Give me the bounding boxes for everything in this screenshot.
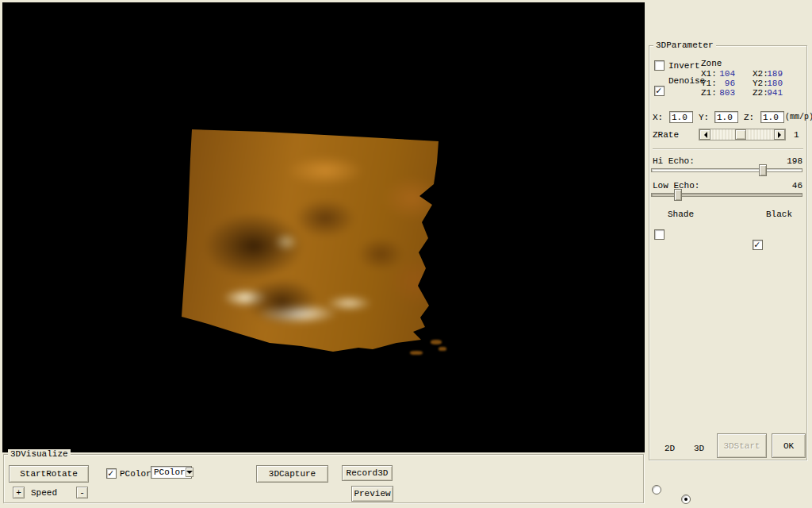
volume-speck (410, 351, 423, 355)
scale-z-label: Z: (744, 113, 754, 123)
zrate-scroll-thumb[interactable] (735, 129, 746, 140)
speed-plus-button[interactable]: + (13, 487, 25, 498)
shade-label: Shade (668, 210, 694, 220)
app-window: { "colors": { "panel_bg": "#ece9d8", "vi… (0, 0, 812, 508)
speed-minus-button[interactable]: - (76, 487, 88, 498)
black-checkbox[interactable] (753, 240, 763, 250)
hi-echo-slider-track[interactable] (651, 168, 802, 172)
start3d-button[interactable]: 3DStart (717, 433, 767, 458)
mode-3d-radio[interactable] (681, 495, 691, 504)
black-label: Black (766, 210, 792, 220)
hi-echo-value: 198 (776, 156, 802, 167)
denoise-label: Denoise (668, 76, 705, 87)
invert-checkbox[interactable] (654, 60, 665, 71)
zrate-label: ZRate (653, 130, 679, 140)
scroll-right-icon (778, 132, 784, 138)
mode-3d-label: 3D (694, 444, 704, 454)
scale-y-label: Y: (699, 113, 709, 123)
volume-speck (439, 347, 446, 351)
zrate-scroll-track[interactable] (710, 129, 774, 140)
ultrasound-volume-render (178, 127, 448, 357)
zone-label: Zone (701, 59, 722, 69)
parameter-groupbox-title: 3DParameter (653, 40, 716, 51)
zrate-scroll-right-button[interactable] (774, 129, 785, 140)
pcolor-dropdown[interactable]: PColor (151, 466, 192, 479)
hi-echo-slider-thumb[interactable] (759, 164, 767, 176)
visualize-groupbox: 3DVisualize StartRotate + Speed - PColor… (3, 454, 644, 503)
scale-z-input[interactable] (760, 111, 784, 123)
mode-2d-label: 2D (665, 444, 675, 454)
pcolor-checkbox-label: PColor (120, 469, 151, 479)
parameter-groupbox: 3DParameter Invert Denoise Zone X1: 104 … (649, 45, 807, 460)
denoise-checkbox[interactable] (654, 86, 665, 96)
zrate-scrollbar[interactable] (699, 129, 786, 140)
zrate-scroll-left-button[interactable] (699, 129, 710, 140)
mode-2d-radio[interactable] (652, 485, 661, 495)
scale-x-label: X: (653, 113, 663, 123)
volume-texture (172, 121, 454, 364)
volume-speck (431, 340, 442, 344)
render-viewport[interactable] (2, 2, 645, 452)
separator (653, 148, 803, 150)
scroll-left-icon (701, 132, 707, 138)
ok-button[interactable]: OK (772, 433, 806, 458)
start-rotate-button[interactable]: StartRotate (9, 465, 89, 483)
chevron-down-icon (186, 471, 193, 477)
record-3d-button[interactable]: Record3D (342, 465, 393, 481)
pcolor-checkbox[interactable] (106, 468, 117, 479)
preview-button[interactable]: Preview (351, 486, 393, 502)
zone-z2-value: 941 (760, 88, 783, 98)
invert-label: Invert (668, 61, 700, 71)
zone-z1-value: 803 (713, 88, 735, 98)
hi-echo-label: Hi Echo: (653, 156, 695, 167)
pcolor-dropdown-button[interactable] (186, 468, 193, 477)
capture-3d-button[interactable]: 3DCapture (256, 465, 328, 483)
shade-checkbox[interactable] (654, 229, 665, 240)
pcolor-dropdown-value: PColor (151, 468, 186, 478)
low-echo-slider-thumb[interactable] (674, 189, 682, 201)
low-echo-value: 46 (776, 181, 802, 191)
visualize-groupbox-title: 3DVisualize (8, 449, 71, 460)
scale-y-input[interactable] (714, 111, 738, 123)
scale-unit-label: (mm/p) (785, 112, 812, 122)
scale-x-input[interactable] (669, 111, 693, 123)
speed-label: Speed (31, 488, 57, 498)
zrate-value: 1 (794, 130, 799, 140)
